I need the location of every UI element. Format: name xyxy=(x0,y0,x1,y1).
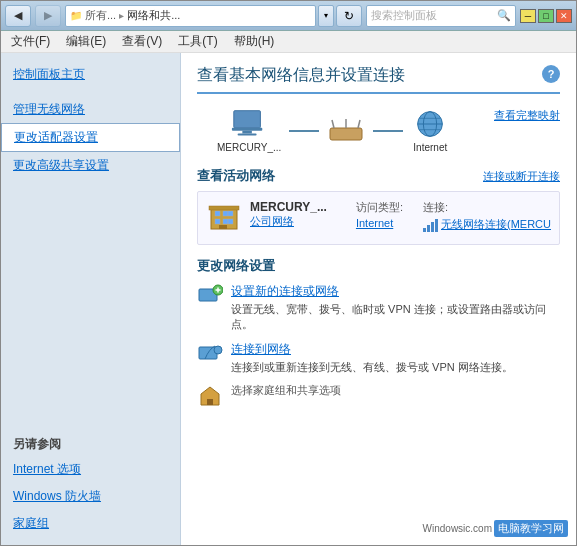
back-button[interactable]: ◀ xyxy=(5,5,31,27)
sidebar-item-advanced-sharing[interactable]: 更改高级共享设置 xyxy=(1,152,180,179)
connect-disconnect-link[interactable]: 连接或断开连接 xyxy=(483,169,560,184)
view-full-map-btn[interactable]: 查看完整映射 xyxy=(494,108,560,123)
sidebar-item-manage-wireless[interactable]: 管理无线网络 xyxy=(1,96,180,123)
new-connection-link[interactable]: 设置新的连接或网络 xyxy=(231,283,560,300)
menu-tools[interactable]: 工具(T) xyxy=(174,31,221,52)
address-separator: ▸ xyxy=(119,10,124,21)
new-connection-icon xyxy=(197,283,223,309)
connection-value-text: 无线网络连接(MERCU xyxy=(441,217,551,232)
svg-line-7 xyxy=(358,120,360,128)
homegroup-settings-link[interactable]: 选择家庭组和共享选项 xyxy=(231,383,560,398)
active-network-title: 查看活动网络 xyxy=(197,167,275,185)
watermark-label: 电脑教学习网 xyxy=(494,520,568,537)
title-bar: ◀ ▶ 📁 所有... ▸ 网络和共... ▾ ↻ 搜索控制面板 🔍 ─ □ ✕ xyxy=(1,1,576,31)
address-part1: 所有... xyxy=(85,8,116,23)
right-panel: ? 查看基本网络信息并设置连接 MERCURY_... xyxy=(181,53,576,545)
sidebar-item-internet-options[interactable]: Internet 选项 xyxy=(1,456,180,483)
active-net-info: MERCURY_... 公司网络 xyxy=(250,200,348,229)
menu-bar: 文件(F) 编辑(E) 查看(V) 工具(T) 帮助(H) xyxy=(1,31,576,53)
search-input[interactable]: 搜索控制面板 xyxy=(371,8,495,23)
search-box[interactable]: 搜索控制面板 🔍 xyxy=(366,5,516,27)
watermark: Windowsic.com 电脑教学习网 xyxy=(423,520,568,537)
computer-icon xyxy=(230,108,268,140)
connect-network-text: 连接到网络 连接到或重新连接到无线、有线、拨号或 VPN 网络连接。 xyxy=(231,341,560,375)
internet-label: Internet xyxy=(413,142,447,153)
router-icon xyxy=(327,116,365,146)
active-net-icon xyxy=(206,200,242,236)
network-name: MERCURY_... xyxy=(250,200,348,214)
svg-rect-0 xyxy=(234,111,261,128)
signal-bars xyxy=(423,218,438,232)
sidebar-item-change-adapter[interactable]: 更改适配器设置 xyxy=(1,123,180,152)
computer-icon-group: MERCURY_... xyxy=(217,108,281,153)
homegroup-settings-text: 选择家庭组和共享选项 xyxy=(231,383,560,400)
svg-rect-20 xyxy=(219,225,227,229)
svg-point-27 xyxy=(214,346,222,354)
sidebar-item-firewall[interactable]: Windows 防火墙 xyxy=(1,483,180,510)
sidebar-item-homegroup[interactable]: 家庭组 xyxy=(1,510,180,537)
svg-line-5 xyxy=(332,120,334,128)
menu-help[interactable]: 帮助(H) xyxy=(230,31,279,52)
title-bar-left: ◀ ▶ 📁 所有... ▸ 网络和共... ▾ ↻ 搜索控制面板 🔍 xyxy=(5,5,516,27)
search-icon: 🔍 xyxy=(497,9,511,22)
homegroup-settings-icon xyxy=(197,383,223,409)
refresh-button[interactable]: ↻ xyxy=(336,5,362,27)
network-diagram: MERCURY_... xyxy=(197,108,560,153)
change-settings-title: 更改网络设置 xyxy=(197,257,560,275)
menu-view[interactable]: 查看(V) xyxy=(118,31,166,52)
net-details: 访问类型: Internet 连接: 无线网络连接(MER xyxy=(356,200,551,232)
sidebar-item-home[interactable]: 控制面板主页 xyxy=(1,61,180,88)
address-part2: 网络和共... xyxy=(127,8,180,23)
svg-rect-16 xyxy=(228,211,233,216)
connection-item: 连接: 无线网络连接(MERCU xyxy=(423,200,551,232)
also-see-title: 另请参阅 xyxy=(1,426,180,456)
net-line-1 xyxy=(289,130,319,132)
access-type-label: 访问类型: xyxy=(356,200,403,215)
access-type-value[interactable]: Internet xyxy=(356,217,403,229)
svg-rect-2 xyxy=(242,131,252,134)
address-dropdown-btn[interactable]: ▾ xyxy=(318,5,334,27)
internet-icon-group: Internet xyxy=(411,108,449,153)
main-content: 控制面板主页 管理无线网络 更改适配器设置 更改高级共享设置 另请参阅 Inte… xyxy=(1,53,576,545)
maximize-button[interactable]: □ xyxy=(538,9,554,23)
svg-rect-15 xyxy=(223,211,228,216)
connection-value[interactable]: 无线网络连接(MERCU xyxy=(423,217,551,232)
active-network-box: MERCURY_... 公司网络 访问类型: Internet 连接: xyxy=(197,191,560,245)
svg-rect-18 xyxy=(223,219,228,224)
forward-button[interactable]: ▶ xyxy=(35,5,61,27)
menu-edit[interactable]: 编辑(E) xyxy=(62,31,110,52)
minimize-button[interactable]: ─ xyxy=(520,9,536,23)
connection-label: 连接: xyxy=(423,200,551,215)
network-type[interactable]: 公司网络 xyxy=(250,214,348,229)
window-controls: ─ □ ✕ xyxy=(520,9,572,23)
settings-item-connect-network: 连接到网络 连接到或重新连接到无线、有线、拨号或 VPN 网络连接。 xyxy=(197,341,560,375)
connect-network-icon xyxy=(197,341,223,367)
svg-rect-14 xyxy=(215,211,220,216)
address-bar: 📁 所有... ▸ 网络和共... ▾ ↻ xyxy=(65,5,362,27)
svg-rect-17 xyxy=(215,219,220,224)
computer-label: MERCURY_... xyxy=(217,142,281,153)
info-button[interactable]: ? xyxy=(542,65,560,83)
address-box[interactable]: 📁 所有... ▸ 网络和共... xyxy=(65,5,316,27)
new-connection-desc: 设置无线、宽带、拨号、临时或 VPN 连接；或设置路由器或访问点。 xyxy=(231,303,546,330)
sidebar: 控制面板主页 管理无线网络 更改适配器设置 更改高级共享设置 另请参阅 Inte… xyxy=(1,53,181,545)
new-connection-text: 设置新的连接或网络 设置无线、宽带、拨号、临时或 VPN 连接；或设置路由器或访… xyxy=(231,283,560,333)
panel-title: 查看基本网络信息并设置连接 xyxy=(197,65,560,94)
net-line-2 xyxy=(373,130,403,132)
settings-item-homegroup: 选择家庭组和共享选项 xyxy=(197,383,560,409)
svg-rect-1 xyxy=(232,128,262,131)
svg-rect-3 xyxy=(238,134,257,136)
close-button[interactable]: ✕ xyxy=(556,9,572,23)
svg-rect-4 xyxy=(330,128,362,140)
main-window: ◀ ▶ 📁 所有... ▸ 网络和共... ▾ ↻ 搜索控制面板 🔍 ─ □ ✕ xyxy=(0,0,577,546)
access-type-item: 访问类型: Internet xyxy=(356,200,403,232)
connect-network-link[interactable]: 连接到网络 xyxy=(231,341,560,358)
svg-rect-28 xyxy=(207,399,213,405)
router-icon-group xyxy=(327,116,365,146)
active-network-header: 查看活动网络 连接或断开连接 xyxy=(197,167,560,185)
internet-icon xyxy=(411,108,449,140)
menu-file[interactable]: 文件(F) xyxy=(7,31,54,52)
change-settings-section: 更改网络设置 设置新的连接或网络 设置无线、宽带、拨号、临时或 VPN 连接；或… xyxy=(197,257,560,409)
settings-item-new-connection: 设置新的连接或网络 设置无线、宽带、拨号、临时或 VPN 连接；或设置路由器或访… xyxy=(197,283,560,333)
connect-network-desc: 连接到或重新连接到无线、有线、拨号或 VPN 网络连接。 xyxy=(231,361,513,373)
